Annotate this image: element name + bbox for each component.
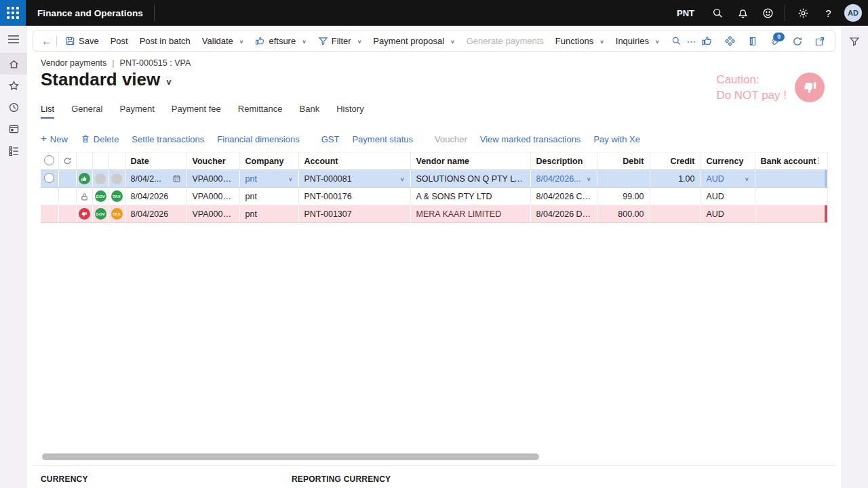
view-marked-transactions-link[interactable]: View marked transactions xyxy=(480,134,581,144)
view-title-dropdown[interactable]: Standard view ∨ xyxy=(41,69,172,90)
chevron-down-icon: ∨ xyxy=(655,38,660,44)
cell-account[interactable]: PNT-000081∨ xyxy=(298,170,410,188)
cell-company: pnt xyxy=(239,188,298,205)
chevron-down-icon: ∨ xyxy=(587,176,591,182)
diamonds-icon[interactable] xyxy=(724,35,736,47)
attachments-button[interactable]: 0 xyxy=(770,36,781,47)
row-checkbox[interactable] xyxy=(44,173,54,183)
refresh-icon[interactable] xyxy=(792,36,803,47)
eftsure-menu[interactable]: eftsure∨ xyxy=(255,36,306,46)
gov-badge-icon: GOV xyxy=(95,190,106,202)
search-icon[interactable] xyxy=(705,0,730,26)
cell-credit: 1.00 xyxy=(650,170,701,188)
topbar-divider-2 xyxy=(785,5,785,21)
sidebar-item-home[interactable] xyxy=(0,53,27,75)
task-guide-icon[interactable] xyxy=(747,36,758,47)
cell-vendor-name: SOLUTIONS ON Q PTY LTD xyxy=(410,170,530,188)
approved-thumbs-up-icon xyxy=(79,173,90,184)
status-column-2 xyxy=(92,152,108,170)
cell-date[interactable]: 8/04/2... xyxy=(125,170,186,188)
column-header-vendor-name[interactable]: Vendor name xyxy=(410,152,530,170)
open-in-new-window-icon[interactable] xyxy=(814,36,825,47)
filter-icon xyxy=(318,36,328,46)
pay-with-xe-link[interactable]: Pay with Xe xyxy=(593,134,640,144)
breadcrumb-area[interactable]: Vendor payments xyxy=(41,58,106,68)
scrollbar-thumb[interactable] xyxy=(42,453,539,460)
table-row[interactable]: GOV TAX 8/04/2026 VPA00005... pnt PNT-00… xyxy=(41,205,827,223)
cell-currency[interactable]: AUD∨ xyxy=(701,170,755,188)
delete-button[interactable]: Delete xyxy=(81,134,119,144)
column-header-credit[interactable]: Credit xyxy=(650,152,701,170)
tab-remittance[interactable]: Remittance xyxy=(238,104,283,119)
help-icon[interactable]: ? xyxy=(816,0,841,26)
chevron-down-icon: ∨ xyxy=(288,176,293,182)
caution-line1: Caution: xyxy=(716,72,787,87)
action-pane: ← Save Post Post in batch Validate∨ efts… xyxy=(33,30,835,52)
sidebar-item-favorites[interactable] xyxy=(0,75,27,96)
tab-bank[interactable]: Bank xyxy=(300,104,320,119)
tab-list[interactable]: List xyxy=(41,104,54,119)
sidebar-item-workspaces[interactable] xyxy=(0,118,27,140)
cell-currency: AUD xyxy=(701,188,755,205)
select-all-checkbox[interactable] xyxy=(44,155,54,165)
grid-header-row: Date Voucher Company Account Vendor name… xyxy=(41,152,827,170)
notifications-bell-icon[interactable] xyxy=(730,0,755,26)
column-header-debit[interactable]: Debit xyxy=(597,152,650,170)
payment-proposal-menu[interactable]: Payment proposal∨ xyxy=(373,36,454,46)
table-row[interactable]: 8/04/2... VPA00005... pnt∨ PNT-000081∨ S… xyxy=(41,170,827,188)
cell-credit xyxy=(650,188,701,205)
functions-menu[interactable]: Functions∨ xyxy=(555,36,604,46)
cell-account: PNT-000176 xyxy=(298,188,410,205)
grid-options-kebab-icon[interactable]: ⋮ xyxy=(814,156,823,165)
cell-voucher: VPA00005... xyxy=(186,170,239,188)
tab-general[interactable]: General xyxy=(71,104,102,119)
save-button[interactable]: Save xyxy=(65,36,99,46)
thumbs-up-icon[interactable] xyxy=(701,35,713,47)
section-divider xyxy=(33,465,835,466)
post-in-batch-button[interactable]: Post in batch xyxy=(140,36,191,46)
calendar-icon[interactable] xyxy=(172,174,181,183)
column-header-description[interactable]: Description xyxy=(530,152,597,170)
tab-payment[interactable]: Payment xyxy=(119,104,154,119)
sidebar-item-recent[interactable] xyxy=(0,96,27,118)
toolbar-search-icon[interactable] xyxy=(671,36,682,46)
table-row[interactable]: GOV TAX 8/04/2026 VPA00005... pnt PNT-00… xyxy=(41,188,827,205)
reporting-currency-group-label: REPORTING CURRENCY xyxy=(292,474,391,484)
financial-dimensions-link[interactable]: Financial dimensions xyxy=(217,134,299,144)
app-launcher-button[interactable] xyxy=(0,0,26,26)
chevron-down-icon: ∨ xyxy=(745,176,749,182)
inquiries-menu[interactable]: Inquiries∨ xyxy=(616,36,660,46)
toolbar-separator xyxy=(56,36,57,47)
sidebar-item-modules[interactable] xyxy=(0,140,27,161)
cell-description[interactable]: 8/04/2026...∨ xyxy=(530,170,597,188)
cell-bank-account xyxy=(755,188,827,205)
post-button[interactable]: Post xyxy=(111,36,128,46)
attachments-count-badge: 0 xyxy=(773,33,785,41)
pending-status-icon xyxy=(95,174,106,184)
filter-pane-icon[interactable] xyxy=(841,30,868,53)
column-header-voucher[interactable]: Voucher xyxy=(186,152,239,170)
chevron-down-icon: ∨ xyxy=(302,38,307,44)
hamburger-menu-icon[interactable] xyxy=(0,28,27,50)
refresh-column[interactable] xyxy=(58,152,76,170)
column-header-account[interactable]: Account xyxy=(298,152,410,170)
column-header-date[interactable]: Date xyxy=(125,152,186,170)
more-commands-icon[interactable]: ⋯ xyxy=(687,36,697,47)
cell-company[interactable]: pnt∨ xyxy=(239,170,298,188)
topbar-divider xyxy=(154,5,155,21)
validate-menu[interactable]: Validate∨ xyxy=(202,36,244,46)
tab-payment-fee[interactable]: Payment fee xyxy=(172,104,221,119)
gst-link[interactable]: GST xyxy=(321,134,340,144)
tab-history[interactable]: History xyxy=(336,104,363,119)
settle-transactions-link[interactable]: Settle transactions xyxy=(132,134,204,144)
column-header-currency[interactable]: Currency xyxy=(701,152,755,170)
chevron-down-icon: ∨ xyxy=(400,176,405,182)
new-button[interactable]: +New xyxy=(41,134,68,144)
column-header-company[interactable]: Company xyxy=(239,152,298,170)
user-avatar[interactable]: AD xyxy=(844,4,862,22)
feedback-smiley-icon[interactable] xyxy=(755,0,781,26)
payment-status-link[interactable]: Payment status xyxy=(352,134,413,144)
filter-menu[interactable]: Filter∨ xyxy=(318,36,361,46)
settings-gear-icon[interactable] xyxy=(791,0,816,26)
back-button[interactable]: ← xyxy=(41,35,52,47)
